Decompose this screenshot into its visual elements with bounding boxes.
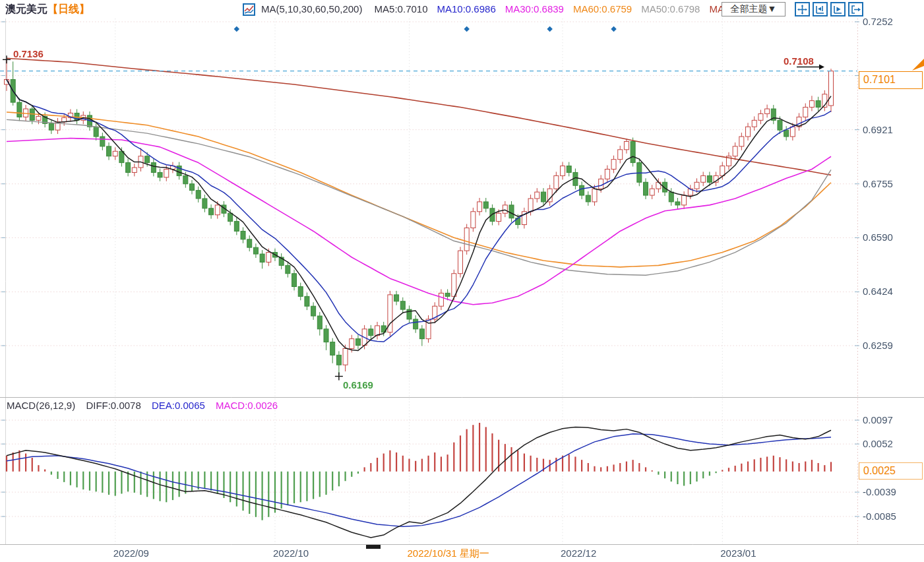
instrument-name: 澳元美元 <box>5 3 47 15</box>
x-axis-date-label: 2023/01 <box>720 547 756 559</box>
x-axis-date-label: 2022/12 <box>561 547 596 559</box>
price-axis-label: 0.6755 <box>863 178 893 189</box>
chart-app: 澳元美元【日线】 MA(5,10,30,60,50,200) MA5:0.701… <box>0 0 924 562</box>
kline-chart-icon <box>243 3 255 18</box>
last-price-tag: 0.7101 <box>859 71 923 89</box>
price-flag-icon <box>911 58 924 74</box>
ma-legend-item: MA50:0.6798 <box>641 3 700 15</box>
period-low-label: 0.6169 <box>343 379 373 390</box>
price-axis-label: 0.6590 <box>863 232 893 243</box>
export-icon[interactable] <box>848 2 863 16</box>
recent-high-label: 0.7108 <box>784 55 814 67</box>
macd-value-label: MACD:0.0026 <box>216 400 278 411</box>
price-axis-label: 0.7252 <box>863 16 893 27</box>
x-axis-date-label: 2022/09 <box>113 547 149 559</box>
macd-axis-label: -0.0039 <box>863 486 896 497</box>
dea-value-label: DEA:0.0065 <box>152 400 205 411</box>
ma-legend: MA(5,10,30,60,50,200) MA5:0.7010MA10:0.6… <box>261 3 750 15</box>
macd-legend: MACD(26,12,9) DIFF:0.0078 DEA:0.0065 MAC… <box>7 400 286 411</box>
period-high-label: 0.7136 <box>13 48 44 59</box>
price-macd-chart-canvas[interactable] <box>0 0 924 562</box>
ma-legend-item: MA10:0.6986 <box>437 3 496 15</box>
period-tag: 【日线】 <box>47 3 90 15</box>
ma-group-label: MA(5,10,30,60,50,200) <box>261 3 362 15</box>
theme-select-button[interactable]: 全部主题▼ <box>722 2 785 16</box>
x-axis-date-label: 2022/10 <box>273 547 309 559</box>
pane-splitter-handle[interactable] <box>366 545 381 549</box>
price-axis-label: 0.6921 <box>863 124 893 135</box>
diff-value-label: DIFF:0.0078 <box>86 400 140 411</box>
ma-legend-item: MA5:0.7010 <box>375 3 428 15</box>
play-chart-icon[interactable] <box>830 2 846 16</box>
macd-axis-label: 0.0052 <box>863 438 893 449</box>
macd-current-value-tag: 0.0025 <box>859 462 923 480</box>
price-axis-label: 0.6259 <box>863 340 893 351</box>
chart-header: 澳元美元【日线】 MA(5,10,30,60,50,200) MA5:0.701… <box>0 0 924 18</box>
price-axis-label: 0.6424 <box>863 286 893 297</box>
ma-legend-item: MA30:0.6839 <box>505 3 564 15</box>
macd-axis-label: -0.0085 <box>863 511 896 522</box>
instrument-title: 澳元美元【日线】 <box>5 3 90 16</box>
x-axis-date-label: 2022/10/31 星期一 <box>407 547 489 560</box>
move-icon[interactable] <box>795 2 810 16</box>
ma-legend-item: MA60:0.6759 <box>573 3 632 15</box>
macd-axis-label: 0.0097 <box>863 414 893 425</box>
macd-params-label: MACD(26,12,9) <box>7 400 75 411</box>
align-left-chart-icon[interactable] <box>813 2 828 16</box>
